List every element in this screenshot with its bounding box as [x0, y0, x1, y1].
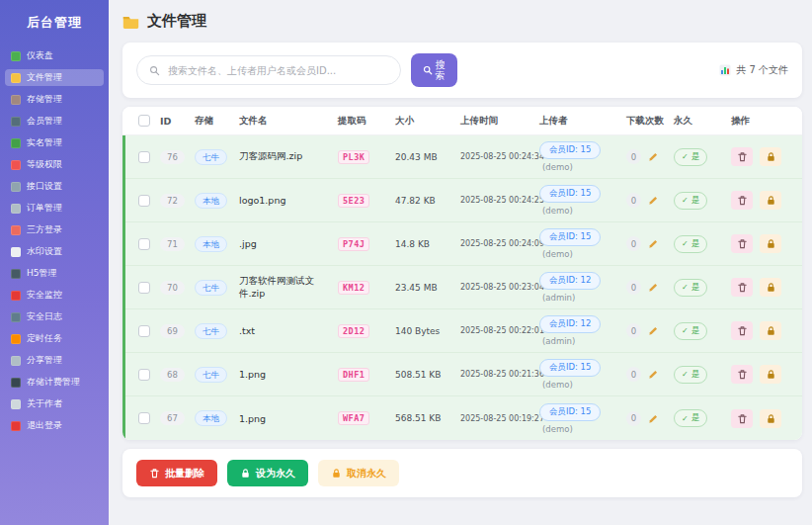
- sidebar-item-api-settings[interactable]: 接口设置: [5, 178, 104, 195]
- delete-file-button[interactable]: [731, 234, 753, 253]
- search-input[interactable]: [168, 65, 388, 76]
- storage-badge: 七牛: [195, 149, 227, 165]
- sidebar-item-share-management[interactable]: 分享管理: [5, 352, 104, 369]
- sidebar-item-security-log[interactable]: 安全日志: [5, 308, 104, 325]
- row-checkbox[interactable]: [138, 412, 150, 424]
- sidebar-item-logout[interactable]: 退出登录: [5, 417, 104, 434]
- permanent-badge: ✓是: [674, 366, 707, 384]
- row-checkbox[interactable]: [138, 325, 150, 337]
- upload-time: 2025-08-25 00:23:04: [460, 283, 539, 292]
- sidebar-item-level-permission[interactable]: 等级权限: [5, 156, 104, 173]
- edit-downloads-pencil-icon[interactable]: [648, 282, 659, 293]
- set-permanent-button[interactable]: 设为永久: [227, 460, 308, 486]
- sidebar-item-storage-billing[interactable]: 存储计费管理: [5, 374, 104, 391]
- download-count: 0: [626, 411, 641, 426]
- permanent-badge: ✓是: [674, 409, 707, 427]
- delete-file-button[interactable]: [731, 321, 753, 340]
- file-size: 23.45 MB: [395, 283, 460, 293]
- sidebar-item-file-management[interactable]: 文件管理: [5, 69, 104, 86]
- sidebar-item-third-party-login[interactable]: 三方登录: [5, 221, 104, 238]
- lock-icon: [766, 325, 776, 336]
- sidebar-item-realname-management[interactable]: 实名管理: [5, 134, 104, 151]
- sidebar-item-label: 等级权限: [27, 158, 62, 171]
- delete-file-button[interactable]: [731, 409, 753, 428]
- sidebar-item-member-management[interactable]: 会员管理: [5, 113, 104, 130]
- permanent-label: 是: [691, 412, 700, 424]
- row-checkbox[interactable]: [138, 369, 150, 381]
- sidebar-item-label: 定时任务: [27, 332, 62, 345]
- actions-cell: [731, 409, 802, 428]
- uploader-cell: 会员ID: 12(admin): [539, 272, 626, 303]
- app-title: 后台管理: [0, 10, 109, 47]
- batch-delete-button[interactable]: 批量删除: [136, 460, 217, 486]
- col-actions: 操作: [731, 115, 802, 128]
- file-id-badge: 69: [160, 324, 185, 338]
- sidebar-item-watermark-settings[interactable]: 水印设置: [5, 243, 104, 260]
- lock-file-button[interactable]: [760, 147, 781, 166]
- table-row: 67本地1.pngWFA7568.51 KB2025-08-25 00:19:2…: [125, 396, 802, 440]
- actions-cell: [731, 321, 802, 340]
- lock-file-button[interactable]: [760, 365, 781, 384]
- lock-file-button[interactable]: [760, 321, 781, 340]
- sidebar-item-h5-management[interactable]: H5管理: [5, 265, 104, 282]
- storage-badge: 七牛: [195, 280, 227, 296]
- edit-downloads-pencil-icon[interactable]: [648, 325, 659, 336]
- downloads-cell: 0: [626, 411, 674, 426]
- edit-downloads-pencil-icon[interactable]: [648, 151, 659, 162]
- lock-icon: [766, 151, 776, 162]
- edit-downloads-pencil-icon[interactable]: [648, 238, 659, 249]
- uploader-cell: 会员ID: 15(demo): [539, 403, 626, 434]
- search-box: [136, 55, 401, 85]
- storage-badge: 七牛: [195, 367, 227, 383]
- storage-badge: 本地: [195, 410, 227, 426]
- lock-file-button[interactable]: [760, 278, 781, 297]
- sidebar-item-dashboard[interactable]: 仪表盘: [5, 47, 104, 64]
- edit-downloads-pencil-icon[interactable]: [648, 195, 659, 206]
- row-checkbox[interactable]: [138, 151, 150, 163]
- check-icon: ✓: [682, 370, 689, 379]
- upload-time: 2025-08-25 00:24:25: [460, 196, 539, 205]
- sidebar-item-order-management[interactable]: 订单管理: [5, 200, 104, 217]
- cancel-permanent-button[interactable]: 取消永久: [318, 460, 399, 486]
- edit-downloads-pencil-icon[interactable]: [648, 413, 659, 424]
- file-name: .jpg: [239, 238, 338, 249]
- delete-file-button[interactable]: [731, 147, 753, 166]
- sidebar-item-label: 仪表盘: [27, 49, 53, 62]
- delete-file-button[interactable]: [731, 365, 753, 384]
- downloads-cell: 0: [626, 236, 674, 251]
- uploader-name: (admin): [539, 336, 626, 346]
- col-uploader: 上传者: [539, 115, 626, 128]
- permanent-label: 是: [691, 369, 700, 381]
- lock-file-button[interactable]: [760, 409, 781, 428]
- permanent-badge: ✓是: [674, 148, 707, 166]
- delete-file-button[interactable]: [731, 191, 753, 210]
- lock-file-button[interactable]: [760, 191, 781, 210]
- permanent-label: 是: [691, 151, 700, 163]
- file-id-badge: 72: [160, 194, 185, 208]
- file-size: 47.82 KB: [395, 196, 460, 206]
- row-checkbox[interactable]: [138, 238, 150, 250]
- delete-file-button[interactable]: [731, 278, 753, 297]
- col-filename: 文件名: [239, 115, 338, 128]
- row-checkbox[interactable]: [138, 195, 150, 207]
- lock-icon: [331, 468, 342, 479]
- actions-cell: [731, 191, 802, 210]
- edit-downloads-pencil-icon[interactable]: [648, 369, 659, 380]
- sidebar-item-scheduled-tasks[interactable]: 定时任务: [5, 330, 104, 347]
- col-storage: 存储: [195, 115, 239, 128]
- lock-file-button[interactable]: [760, 234, 781, 253]
- sidebar-item-label: 接口设置: [27, 180, 62, 193]
- sidebar-item-about-author[interactable]: 关于作者: [5, 395, 104, 412]
- downloads-cell: 0: [626, 367, 674, 382]
- sidebar-item-security-monitor[interactable]: 安全监控: [5, 287, 104, 304]
- file-count-text: 共 7 个文件: [736, 63, 788, 77]
- sidebar-item-storage-management[interactable]: 存储管理: [5, 91, 104, 108]
- trash-icon: [737, 325, 748, 336]
- file-size: 568.51 KB: [395, 413, 460, 423]
- bulk-button-label: 设为永久: [256, 467, 295, 481]
- select-all-checkbox[interactable]: [138, 115, 150, 127]
- permanent-label: 是: [691, 238, 700, 250]
- check-icon: ✓: [682, 152, 689, 161]
- row-checkbox[interactable]: [138, 282, 150, 294]
- search-button[interactable]: 搜索: [411, 53, 457, 87]
